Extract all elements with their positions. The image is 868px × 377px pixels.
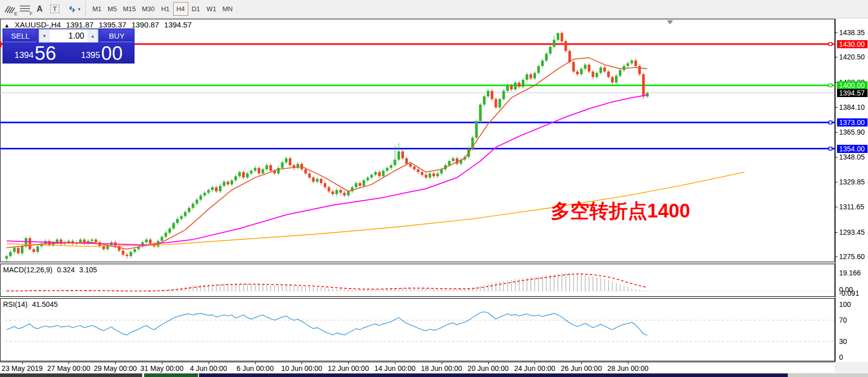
timeframe-m30[interactable]: M30 [139, 2, 157, 16]
macd-value-main: 0.324 [57, 266, 75, 274]
time-tick-label: 27 May 00:00 [47, 364, 90, 372]
rsi-label: RSI(14) 41.5045 [3, 300, 60, 308]
volume-decrease-button[interactable]: ▼ [39, 29, 50, 42]
time-axis[interactable]: 23 May 201927 May 00:0029 May 00:0031 Ma… [0, 362, 835, 372]
ohlc-high: 1395.37 [99, 20, 126, 29]
text-label-icon[interactable]: A [34, 2, 46, 16]
bottom-window-edge [0, 373, 868, 377]
time-tick-label: 6 Jun 00:00 [237, 364, 274, 372]
timeframe-h4[interactable]: H4 [173, 2, 188, 16]
cycle-arrows-icon[interactable]: ▾ [65, 2, 82, 16]
price-tick-label: 1420.50 [839, 53, 865, 61]
volume-input[interactable]: 1.00 [50, 32, 87, 41]
price-tick-mark [836, 107, 838, 108]
chart-shift-marker-icon[interactable] [667, 20, 673, 24]
price-tick-mark [836, 182, 838, 182]
time-tick-label: 4 Jun 00:00 [190, 364, 227, 372]
timeframe-d1[interactable]: D1 [188, 2, 204, 16]
sell-price-button[interactable]: 1394 56 [3, 43, 68, 64]
chart-header: ▲ XAUUSD-,H4 1391.87 1395.37 1390.87 139… [4, 20, 195, 29]
sell-price-small: 1394 [14, 50, 34, 60]
timeframe-mn[interactable]: MN [219, 2, 236, 16]
chart-annotation-text: 多空转折点1400 [551, 198, 690, 224]
indicators-icon-sub: E [14, 11, 17, 16]
symbol-period-label: XAUUSD-,H4 [15, 20, 61, 29]
ohlc-close: 1394.57 [164, 20, 191, 29]
price-tick-label: 1293.45 [839, 228, 865, 236]
window-edge-segment [0, 373, 142, 377]
time-tick-label: 14 Jun 00:00 [375, 364, 416, 372]
ohlc-open: 1391.87 [66, 20, 93, 29]
toolbar: E F A T ▾ M1M5M15M30H1H4D1W1MN [0, 0, 868, 18]
price-line-badge: 1373.00 [837, 118, 867, 127]
one-click-trade-panel: SELL ▼ 1.00 ▲ BUY 1394 56 1395 00 [3, 28, 135, 64]
volume-increase-button[interactable]: ▲ [87, 29, 98, 42]
price-tick-mark [836, 232, 838, 233]
time-tick-label: 18 Jun 00:00 [421, 364, 462, 372]
macd-panel-canvas[interactable] [0, 264, 835, 297]
buy-button[interactable]: BUY [101, 29, 133, 42]
price-line-badge: 1430.00 [837, 40, 867, 48]
volume-spinner: ▼ 1.00 ▲ [39, 29, 98, 43]
macd-name: MACD(12,26,9) [3, 266, 52, 274]
collapse-icon[interactable]: ▲ [4, 22, 10, 28]
grid-icon[interactable]: F [18, 2, 31, 16]
buy-price-big: 00 [101, 44, 122, 62]
macd-axis-label: -0.091 [839, 289, 859, 297]
price-line-badge: 1400.00 [837, 81, 867, 89]
rsi-axis-label: 70 [839, 316, 847, 324]
timeframe-m1[interactable]: M1 [89, 2, 105, 16]
time-tick-label: 20 Jun 00:00 [468, 364, 509, 372]
macd-value-signal: 3.105 [79, 266, 97, 274]
timeframe-m15[interactable]: M15 [120, 2, 139, 16]
time-tick-label: 10 Jun 00:00 [281, 364, 322, 372]
time-tick-label: 28 Jun 00:00 [608, 364, 649, 372]
price-tick-mark [836, 257, 838, 257]
price-tick-mark [836, 207, 838, 207]
window-edge-segment [144, 373, 198, 377]
price-axis[interactable]: 1438.351420.501402.301384.101365.901348.… [835, 19, 868, 362]
price-tick-label: 1384.10 [839, 103, 865, 111]
window-edge-segment [788, 373, 868, 377]
price-tick-label: 1275.60 [839, 253, 865, 261]
price-tick-mark [836, 57, 838, 57]
indicators-icon[interactable]: E [3, 2, 16, 16]
rsi-value: 41.5045 [32, 300, 58, 308]
price-tick-mark [836, 33, 838, 33]
sell-button[interactable]: SELL [4, 29, 37, 42]
price-tick-label: 1348.05 [839, 153, 865, 161]
price-tick-label: 1329.85 [839, 178, 865, 186]
text-box-glyph: T [50, 5, 59, 13]
rsi-panel-canvas[interactable] [0, 298, 835, 361]
buy-price-button[interactable]: 1395 00 [70, 43, 134, 64]
timeframe-m5[interactable]: M5 [105, 2, 120, 16]
price-line-badge: 1394.57 [837, 89, 867, 97]
rsi-axis-label: 30 [839, 337, 847, 345]
time-tick-label: 29 May 00:00 [94, 364, 137, 372]
time-tick-label: 23 May 2019 [2, 364, 43, 372]
text-box-icon[interactable]: T [49, 2, 61, 16]
price-tick-label: 1438.35 [839, 28, 865, 37]
grid-icon-sub: F [30, 11, 33, 16]
ohlc-low: 1390.87 [131, 20, 159, 29]
price-line-badge: 1354.00 [837, 145, 867, 153]
time-tick-label: 12 Jun 00:00 [328, 364, 369, 372]
price-tick-label: 1311.65 [839, 203, 864, 211]
dropdown-caret-icon[interactable]: ▾ [78, 7, 81, 12]
toolbar-separator [85, 2, 86, 16]
price-tick-mark [836, 157, 838, 158]
rsi-name: RSI(14) [3, 300, 27, 308]
price-tick-label: 1365.90 [839, 128, 865, 136]
timeframe-w1[interactable]: W1 [204, 2, 220, 16]
buy-price-small: 1395 [81, 50, 100, 60]
rsi-axis-label: 100 [839, 300, 851, 308]
time-tick-label: 26 Jun 00:00 [561, 364, 602, 372]
sell-price-big: 56 [35, 44, 56, 62]
timeframe-bar: M1M5M15M30H1H4D1W1MN [89, 2, 236, 16]
text-label-glyph: A [37, 5, 43, 14]
timeframe-h1[interactable]: H1 [158, 2, 173, 16]
macd-axis-label: 19.166 [839, 269, 861, 277]
time-tick-label: 31 May 00:00 [141, 364, 184, 372]
macd-label: MACD(12,26,9) 0.324 3.105 [3, 266, 99, 274]
price-tick-mark [836, 132, 838, 133]
